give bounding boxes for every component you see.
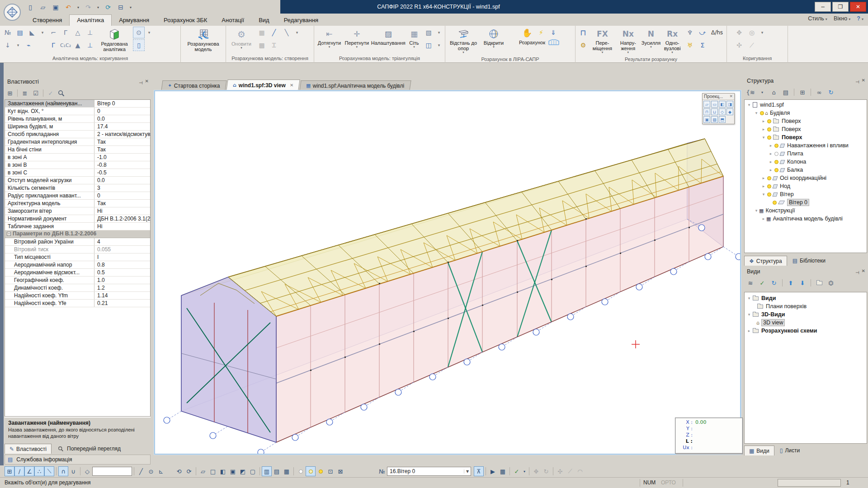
tab-preview[interactable]: Попередній перегляд bbox=[52, 444, 125, 454]
slope-tool-icon[interactable]: ⟋ bbox=[565, 466, 575, 476]
stairs-icon[interactable]: ▤ bbox=[14, 27, 26, 38]
highlight-loads-bulb-icon[interactable]: ♅ bbox=[684, 39, 696, 51]
move-copy-icon[interactable]: ✣ bbox=[555, 466, 565, 476]
checked-list-icon[interactable]: ☑ bbox=[31, 89, 40, 98]
bulb-object-icon[interactable]: ⊡ bbox=[326, 466, 335, 476]
property-value[interactable]: 2 - натиск/відсмоктування ... bbox=[94, 131, 150, 138]
dropdown-arrow-icon[interactable]: ▾ bbox=[758, 27, 766, 38]
bulb-box-icon[interactable]: ⊠ bbox=[335, 466, 345, 476]
tab-start-page[interactable]: ✦ Стартова сторінка bbox=[161, 80, 226, 90]
snap-grid-icon[interactable]: ⊞ bbox=[5, 466, 14, 476]
wall-mode-a-icon[interactable]: ▥ bbox=[262, 466, 272, 476]
tree-item-constructions[interactable]: ▾▦Конструкції bbox=[745, 206, 867, 215]
snap-line-icon[interactable]: ∕ bbox=[14, 466, 24, 476]
start-calculation-hand-icon[interactable]: ✋ bbox=[519, 27, 535, 38]
tab-views[interactable]: ▦ Види bbox=[744, 446, 774, 455]
extend-button[interactable]: ⇤Дотягнути▾ bbox=[316, 27, 343, 49]
hinged-support-icon[interactable]: ▲ bbox=[72, 39, 84, 51]
loadcase-number-icon[interactable]: № bbox=[377, 466, 387, 476]
property-group-header[interactable]: −Параметри по ДБН В.1.2-2.2006 bbox=[5, 230, 150, 238]
apply-view-icon[interactable]: ✓ bbox=[758, 278, 767, 287]
view-cube-front-icon[interactable]: □ bbox=[208, 466, 218, 476]
building-view-icon[interactable]: ⌂ bbox=[769, 88, 778, 97]
new-camera-icon[interactable]: ⏣ bbox=[826, 278, 835, 287]
property-value[interactable]: 0 bbox=[94, 108, 150, 115]
tree-item-slab[interactable]: ▸Плита bbox=[745, 150, 867, 158]
rotate-y-icon[interactable]: ⟳ bbox=[184, 466, 194, 476]
visibility-bulb-icon[interactable] bbox=[774, 152, 778, 156]
projection-top-icon[interactable]: ⊓ bbox=[703, 108, 710, 115]
projection-back-icon[interactable]: ▭ bbox=[711, 101, 718, 108]
dropdown-arrow-icon[interactable]: ▾ bbox=[145, 27, 153, 38]
orbit-icon[interactable]: ↻ bbox=[541, 466, 551, 476]
view-cube-left-icon[interactable]: ▱ bbox=[198, 466, 208, 476]
sync-model-icon[interactable]: ⟳ bbox=[103, 3, 113, 12]
snap-point-icon[interactable]: ∴ bbox=[34, 466, 44, 476]
tab-properties[interactable]: ✎ Властивості bbox=[5, 444, 52, 454]
mesh-view-icon[interactable]: ▦ bbox=[282, 466, 292, 476]
property-value[interactable]: 3 bbox=[94, 184, 150, 192]
view-cube-settings-icon[interactable]: ◩ bbox=[238, 466, 248, 476]
visibility-bulb-icon[interactable] bbox=[774, 160, 778, 164]
edit-beam-icon[interactable]: ╱ bbox=[268, 27, 280, 38]
sum-results-icon[interactable]: Σ bbox=[697, 39, 708, 51]
point-load-icon[interactable]: ↓ bbox=[2, 39, 14, 51]
filter-layers-icon[interactable]: {≋ bbox=[746, 88, 755, 97]
truss-support-icon[interactable]: △ bbox=[72, 27, 84, 38]
open-in-lira-button[interactable]: Відкрити▾ bbox=[481, 27, 507, 49]
anchor-support-icon[interactable]: ⊥ bbox=[84, 39, 96, 51]
displacements-button[interactable]: FX Пере- міщення▾ bbox=[590, 27, 615, 55]
close-panel-icon[interactable]: ✕ bbox=[862, 268, 865, 277]
visibility-bulb-icon[interactable] bbox=[767, 176, 771, 180]
property-value[interactable]: 1.14 bbox=[94, 292, 150, 299]
property-value[interactable]: 1.0 bbox=[94, 277, 150, 284]
bridge-icon[interactable] bbox=[548, 39, 560, 46]
tree-item-project[interactable]: ▾wind1.spf bbox=[745, 101, 867, 109]
draw-line-icon[interactable]: ╱ bbox=[136, 466, 146, 476]
tree-item-storey[interactable]: ▸Поверх bbox=[745, 125, 867, 133]
property-value[interactable]: 0.0 bbox=[94, 115, 150, 122]
property-value[interactable]: Так bbox=[94, 146, 150, 153]
tree-item-storey[interactable]: ▸Поверх bbox=[745, 117, 867, 125]
tree-item-loads[interactable]: ▸Навантаження і впливи bbox=[745, 141, 867, 150]
draw-angle-icon[interactable]: ⊾ bbox=[156, 466, 166, 476]
calc-model-button[interactable]: Розрахункова модель bbox=[186, 27, 221, 52]
dropdown-arrow-icon[interactable]: ▾ bbox=[758, 88, 767, 97]
tab-analitika[interactable]: Аналітика bbox=[69, 14, 112, 26]
categorized-view-icon[interactable]: ⊞ bbox=[5, 89, 14, 98]
copy-rotate-icon[interactable]: ◎ bbox=[746, 27, 758, 38]
load-case-combo[interactable]: 16.Вітер 0 ▼ bbox=[387, 467, 471, 476]
pin-icon[interactable]: ⊤ bbox=[852, 271, 860, 275]
property-value[interactable]: Так bbox=[94, 200, 150, 207]
help-menu[interactable]: ?▾ bbox=[857, 15, 863, 22]
tree-item-axes[interactable]: ▸Осі координаційні bbox=[745, 174, 867, 182]
move-up-icon[interactable]: ⬆ bbox=[786, 278, 795, 287]
dropdown-arrow-icon[interactable]: ▾ bbox=[435, 27, 443, 38]
property-value[interactable]: -0.8 bbox=[94, 161, 150, 169]
apply-icon[interactable]: ✓ bbox=[46, 89, 55, 98]
draw-circle-icon[interactable]: ⊙ bbox=[146, 466, 156, 476]
move-down-icon[interactable]: ⬇ bbox=[798, 278, 807, 287]
filter-toggle-icon[interactable]: ⊼ bbox=[474, 466, 484, 476]
select-filter-icon[interactable]: ▶ bbox=[488, 466, 498, 476]
property-value[interactable]: -1.0 bbox=[94, 154, 150, 161]
projection-plan-icon[interactable]: ▣ bbox=[703, 116, 710, 123]
projection-iso-icon[interactable]: ◇ bbox=[719, 108, 726, 115]
property-value[interactable]: I bbox=[94, 253, 150, 261]
apply-check-icon[interactable]: ✓ bbox=[512, 466, 522, 476]
tree-item-views[interactable]: ▾Види bbox=[745, 294, 867, 302]
move-node-icon[interactable]: ✥ bbox=[733, 27, 745, 38]
ortho-indicator[interactable]: ОРТО bbox=[661, 479, 676, 486]
snap-angle-icon[interactable]: ∠ bbox=[24, 466, 34, 476]
dropdown-arrow-icon[interactable]: ▾ bbox=[522, 466, 527, 476]
tab-redaguvannya[interactable]: Редагування bbox=[277, 15, 326, 26]
import-results-icon[interactable]: ⇓ bbox=[547, 27, 559, 38]
tab-libraries[interactable]: ▤ Бібліотеки bbox=[788, 256, 830, 266]
pin-icon[interactable]: ⊤ bbox=[852, 80, 860, 84]
style-menu[interactable]: Стиль▾ bbox=[808, 15, 827, 22]
visibility-bulb-icon[interactable] bbox=[767, 136, 771, 140]
property-value[interactable]: Вітер 0 bbox=[94, 100, 150, 107]
column-head-hinge-icon[interactable]: ⌐ bbox=[47, 27, 59, 38]
fixed-support-icon[interactable]: ⊥ bbox=[84, 27, 96, 38]
move-points-icon[interactable]: ✣ bbox=[733, 39, 745, 51]
